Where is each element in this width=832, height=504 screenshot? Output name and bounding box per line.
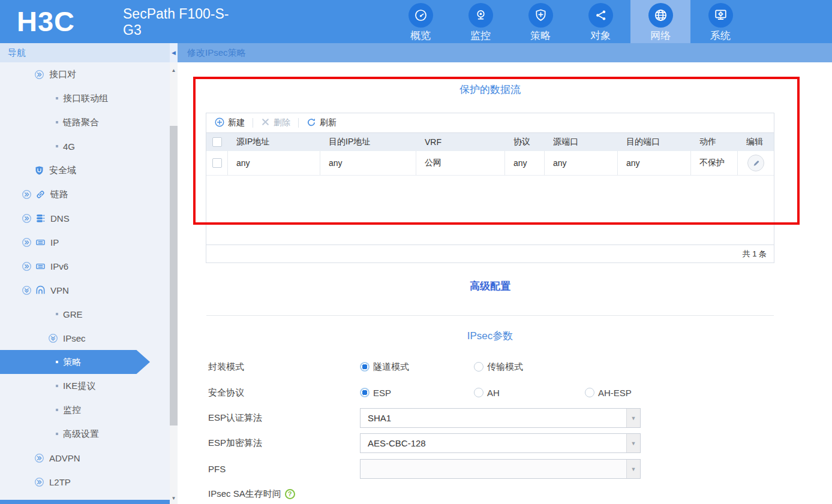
- expand-right-icon[interactable]: [34, 453, 44, 463]
- nav-tab-monitor[interactable]: 监控: [450, 0, 510, 43]
- sidebar-item-security-zone[interactable]: 安全域: [0, 158, 170, 182]
- circle-plus-icon: [215, 117, 224, 129]
- sidebar-item-label: GRE: [63, 309, 83, 319]
- radio-selected-icon[interactable]: [360, 362, 370, 372]
- sidebar-item-label: 安全域: [49, 165, 76, 176]
- form-row-esp-auth-algorithm: ESP认证算法SHA1▼: [208, 408, 820, 428]
- row-checkbox[interactable]: [212, 158, 222, 168]
- sidebar-item-dns[interactable]: DNS: [0, 206, 170, 230]
- radio-selected-icon[interactable]: [360, 388, 370, 397]
- sidebar-item-ipsec-policy[interactable]: 策略: [0, 350, 170, 374]
- shield-icon[interactable]: [34, 165, 44, 176]
- field-label-esp-auth-algorithm: ESP认证算法: [208, 412, 360, 424]
- select-pfs[interactable]: ▼: [360, 459, 641, 479]
- sidebar-item-link-aggregation[interactable]: 链路聚合: [0, 110, 170, 134]
- column-header: 源端口: [545, 137, 618, 147]
- nav-tab-network[interactable]: 网络: [630, 0, 690, 43]
- select-all-checkbox[interactable]: [212, 137, 222, 147]
- radio-option-encapsulation-mode-0[interactable]: 隧道模式: [360, 361, 409, 373]
- sidebar-item-label: L2TP: [49, 477, 71, 487]
- refresh-button[interactable]: 刷新: [304, 117, 339, 129]
- sidebar-item-vpn[interactable]: VPN: [0, 278, 170, 302]
- table-total-count: 共 1 条: [206, 245, 774, 262]
- sidebar-item-ipv6[interactable]: IPv6: [0, 254, 170, 278]
- select-value: SHA1: [361, 409, 626, 427]
- expand-right-icon[interactable]: [22, 237, 32, 248]
- sidebar-collapse-button[interactable]: ◀: [170, 43, 178, 62]
- nav-tab-policy[interactable]: 策略: [510, 0, 570, 43]
- sidebar-scrollbar[interactable]: ▲ ▼: [170, 62, 178, 504]
- globe-icon: [648, 3, 673, 28]
- sidebar-item-label: IKE提议: [63, 381, 95, 392]
- help-icon[interactable]: ?: [285, 489, 295, 499]
- table-cell: 不保护: [691, 151, 738, 175]
- sidebar-item-interface-linkage-group[interactable]: 接口联动组: [0, 86, 170, 110]
- sidebar-item-link[interactable]: 链路: [0, 182, 170, 206]
- radio-unselected-icon[interactable]: [474, 362, 483, 372]
- delete-button[interactable]: 删除: [259, 117, 293, 128]
- nav-tab-system[interactable]: 系统: [690, 0, 750, 43]
- advanced-config-link[interactable]: 高级配置: [206, 279, 774, 293]
- sidebar-item-ike-proposal[interactable]: IKE提议: [0, 374, 170, 398]
- sidebar-item-label: 策略: [63, 357, 81, 368]
- expand-right-icon[interactable]: [34, 70, 44, 80]
- sidebar-item-ipsec[interactable]: IPsec: [0, 326, 170, 350]
- radio-option-encapsulation-mode-1[interactable]: 传输模式: [474, 361, 523, 373]
- radio-unselected-icon[interactable]: [474, 388, 483, 397]
- chevron-down-icon[interactable]: ▼: [626, 409, 640, 427]
- scrollbar-thumb[interactable]: [170, 126, 178, 425]
- radio-option-security-protocol-0[interactable]: ESP: [360, 388, 391, 398]
- scroll-down-arrow-icon[interactable]: ▼: [170, 494, 178, 503]
- section-title-ipsec-params: IPsec参数: [206, 329, 774, 343]
- table-header-row: 源IP地址目的IP地址VRF协议源端口目的端口动作编辑: [206, 133, 774, 151]
- expand-right-icon[interactable]: [22, 213, 32, 224]
- scroll-up-arrow-icon[interactable]: ▲: [170, 66, 178, 75]
- sidebar-item-advpn[interactable]: ADVPN: [0, 446, 170, 470]
- sidebar-item-label: 监控: [63, 405, 81, 416]
- bullet-dot-icon: [56, 361, 58, 363]
- sidebar-item-ip[interactable]: IP: [0, 230, 170, 254]
- chevron-down-icon[interactable]: ▼: [626, 434, 640, 452]
- table-toolbar: 新建 删除 刷新: [206, 113, 774, 133]
- radio-option-security-protocol-1[interactable]: AH: [474, 388, 500, 398]
- sub-header: 导航 ◀ 修改IPsec策略: [0, 43, 832, 62]
- table-cell: any: [228, 151, 320, 175]
- app-window: H3C SecPath F100-S-G3 概览监控策略对象网络系统 导航 ◀ …: [0, 0, 832, 504]
- radio-option-security-protocol-2[interactable]: AH-ESP: [585, 388, 632, 398]
- select-esp-encrypt-algorithm[interactable]: AES-CBC-128▼: [360, 433, 641, 453]
- sidebar-item-label: IPv6: [50, 261, 68, 271]
- expand-down-icon[interactable]: [22, 285, 32, 295]
- shield-plus-icon: [528, 3, 553, 28]
- sidebar-item-interface-pair[interactable]: 接口对: [0, 62, 170, 86]
- edit-row-button[interactable]: [747, 155, 764, 171]
- x-delete-icon: [261, 117, 270, 128]
- sidebar-item-l2tp[interactable]: L2TP: [0, 470, 170, 494]
- select-value: [361, 460, 626, 478]
- expand-right-icon[interactable]: [22, 261, 32, 271]
- sidebar-item-4g[interactable]: 4G: [0, 134, 170, 158]
- column-header: 目的IP地址: [320, 137, 416, 147]
- table-cell: 公网: [416, 151, 505, 175]
- sidebar-item-label: 链路: [50, 189, 68, 200]
- form-row-ipsec-sa-lifetime: IPsec SA生存时间?: [208, 484, 820, 504]
- nav-tab-overview[interactable]: 概览: [391, 0, 450, 43]
- chevron-down-icon[interactable]: ▼: [626, 460, 640, 478]
- sidebar-item-advanced-settings[interactable]: 高级设置: [0, 422, 170, 446]
- table-empty-area: [206, 176, 774, 245]
- sidebar-item-gre[interactable]: GRE: [0, 302, 170, 326]
- nav-tab-objects[interactable]: 对象: [570, 0, 630, 43]
- radio-unselected-icon[interactable]: [585, 388, 594, 397]
- sidebar-bottom-highlight: [0, 500, 170, 504]
- select-esp-auth-algorithm[interactable]: SHA1▼: [360, 408, 641, 428]
- expand-right-icon[interactable]: [34, 477, 44, 487]
- expand-down-icon[interactable]: [48, 333, 58, 343]
- table-cell: any: [320, 151, 416, 175]
- sidebar-item-ipsec-monitor[interactable]: 监控: [0, 398, 170, 422]
- table-cell: any: [618, 151, 691, 175]
- expand-right-icon[interactable]: [22, 189, 32, 200]
- sidebar-item-label: 高级设置: [63, 428, 99, 440]
- bullet-dot-icon: [56, 121, 58, 123]
- new-button[interactable]: 新建: [212, 117, 247, 129]
- bullet-dot-icon: [56, 313, 58, 315]
- nav-tab-label: 监控: [470, 29, 491, 43]
